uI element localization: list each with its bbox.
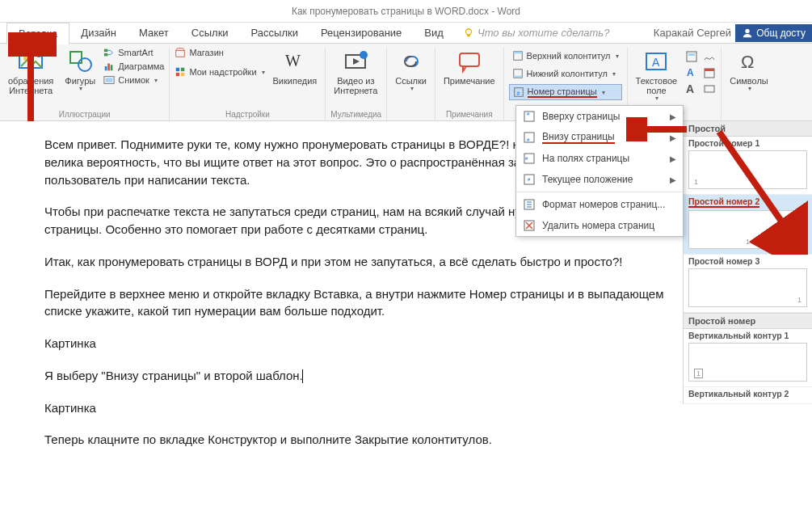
screenshot-button[interactable]: Снимок▾ [103,74,164,86]
dropcap-icon[interactable]: A [685,82,698,95]
tab-insert[interactable]: Вставка [6,23,69,44]
svg-rect-16 [176,68,179,71]
group-label-illustrations: Иллюстрации [5,108,164,119]
group-illustrations: ображения Интернета Фигуры▾ SmartArt Диа… [0,47,170,120]
gallery-header-simple: Простой [684,121,812,137]
paragraph: Картинка [44,335,667,352]
svg-rect-33 [688,53,695,56]
group-label-comments: Примечания [440,108,499,119]
dd-page-margins[interactable]: # На полях страницы ▶ [516,148,683,169]
paragraph: Перейдите в верхнее меню и откройте вкла… [44,285,667,321]
store-button[interactable]: Магазин [175,47,264,58]
user-name[interactable]: Каракай Сергей [654,27,731,39]
tab-layout[interactable]: Макет [128,23,180,43]
svg-rect-25 [513,52,522,54]
svg-text:#: # [527,137,530,142]
dd-bottom-of-page[interactable]: # Внизу страницы ▶ [516,127,683,148]
gallery-item-3[interactable]: Простой номер 3 1 [684,255,812,313]
online-video-button[interactable]: Видео из Интернета [330,47,381,97]
svg-text:#: # [525,156,528,161]
group-links: Ссылки▾ [387,47,435,120]
wikipedia-button[interactable]: W Википедия [270,47,321,87]
svg-rect-12 [111,65,113,70]
titlebar: Как пронумеровать страницы в WORD.docx -… [0,0,812,23]
tab-view[interactable]: Вид [413,23,455,43]
tab-review[interactable]: Рецензирование [309,23,413,43]
svg-text:#: # [528,177,531,182]
object-icon[interactable] [703,82,716,95]
svg-rect-9 [104,53,107,57]
date-icon[interactable] [703,66,716,79]
group-media: Видео из Интернета Мультимедиа [326,47,387,120]
svg-rect-36 [705,69,714,71]
textbox-button[interactable]: A Текстовое поле▾ [633,47,681,104]
online-pictures-button[interactable]: ображения Интернета [5,47,57,97]
paragraph: Теперь клацните по вкладке Конструктор и… [44,431,667,449]
dd-remove-page-numbers[interactable]: Удалить номера страниц [516,215,683,236]
svg-rect-17 [181,68,184,71]
my-addins-button[interactable]: Мои надстройки▾ [175,66,264,78]
gallery-item-1[interactable]: Простой номер 1 1 [684,137,812,195]
paragraph: Итак, как пронумеровать страницы в ВОРД … [44,253,667,271]
svg-rect-18 [176,73,179,76]
dd-top-of-page[interactable]: # Вверху страницы ▶ [516,106,683,127]
symbols-button[interactable]: Ω Символы▾ [726,47,772,95]
paragraph: Картинка [44,399,667,417]
dd-format-page-numbers[interactable]: Формат номеров страниц... [516,194,683,215]
svg-rect-19 [181,73,184,76]
paragraph: Я выберу "Внизу страницы" и второй шабло… [44,367,667,385]
svg-rect-15 [176,50,185,57]
share-button[interactable]: Общ досту [735,24,812,42]
shapes-button[interactable]: Фигуры▾ [61,47,99,95]
svg-rect-11 [107,64,110,71]
svg-text:W: W [285,52,301,70]
tab-references[interactable]: Ссылки [180,23,240,43]
chart-button[interactable]: Диаграмма [103,61,164,72]
svg-text:#: # [516,91,520,96]
svg-rect-8 [104,49,107,53]
gallery-header-simple-number: Простой номер [684,313,812,329]
wordart-icon[interactable]: A [685,66,698,79]
footer-button[interactable]: Нижний колонтитул▾ [509,66,622,81]
smartart-button[interactable]: SmartArt [103,47,164,58]
page-number-button[interactable]: # Номер страницы▾ [509,84,622,100]
svg-rect-14 [106,78,113,82]
comment-button[interactable]: Примечание [440,47,499,87]
header-button[interactable]: Верхний колонтитул▾ [509,49,622,63]
svg-rect-10 [105,66,107,70]
svg-point-2 [746,28,750,32]
group-label-media: Мультимедиа [330,108,381,119]
menubar: Вставка Дизайн Макет Ссылки Рассылки Рец… [0,23,812,44]
links-button[interactable]: Ссылки▾ [392,47,430,95]
group-comments: Примечание Примечания [435,47,504,120]
group-symbols: Ω Символы▾ [722,47,776,120]
page-number-dropdown: # Вверху страницы ▶ # Внизу страницы ▶ #… [515,105,684,237]
tab-design[interactable]: Дизайн [69,23,128,43]
signature-icon[interactable] [703,50,716,63]
svg-point-0 [465,28,471,34]
page-number-gallery: Простой Простой номер 1 1 Простой номер … [683,121,812,404]
svg-text:A: A [687,67,694,78]
svg-point-22 [360,51,368,59]
quick-parts-icon[interactable] [685,50,698,63]
group-label-addins: Надстройки [175,108,320,119]
document-title: Как пронумеровать страницы в WORD.docx -… [292,6,520,17]
svg-point-5 [35,49,43,57]
svg-text:Ω: Ω [741,52,754,72]
group-addins: Магазин Мои надстройки▾ W Википедия Надс… [170,47,326,120]
ribbon: ображения Интернета Фигуры▾ SmartArt Диа… [0,44,812,121]
gallery-item-v2[interactable]: Вертикальный контур 2 [684,387,812,404]
gallery-item-v1[interactable]: Вертикальный контур 1 1 [684,329,812,387]
svg-rect-1 [467,34,470,36]
svg-text:A: A [652,56,660,69]
dd-current-position[interactable]: # Текущее положение ▶ [516,169,683,190]
svg-rect-23 [460,53,479,66]
svg-text:#: # [527,112,530,116]
svg-rect-27 [513,76,522,78]
gallery-item-2[interactable]: Простой номер 2 1 [684,195,812,255]
text-cursor [302,369,303,383]
svg-rect-38 [705,86,714,92]
tab-mailings[interactable]: Рассылки [240,23,309,43]
tell-me-search[interactable]: Что вы хотите сделать? [463,27,610,39]
svg-point-7 [78,58,91,71]
